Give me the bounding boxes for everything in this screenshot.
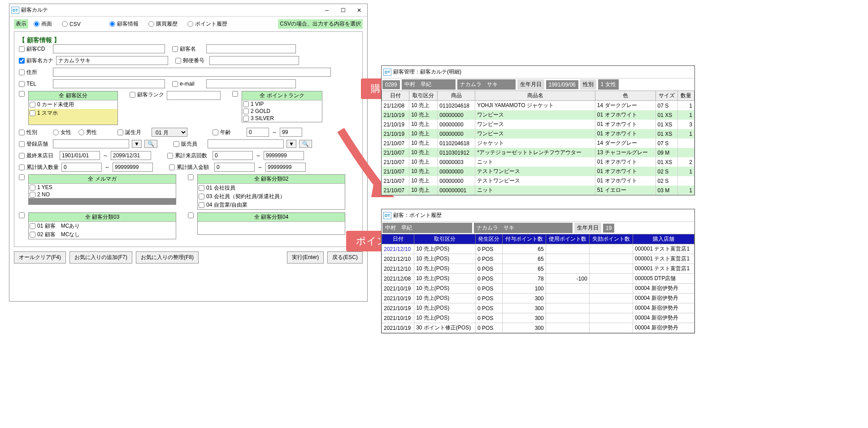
chk-custcd[interactable]: 顧客CD: [19, 45, 50, 53]
table-row[interactable]: 2021/10/1910 売上(POS)0 POS30000004 新宿伊勢丹: [382, 313, 694, 323]
input-custname[interactable]: [206, 44, 296, 53]
table-row[interactable]: 2021/12/1010 売上(POS)0 POS65000001 テスト直営店…: [382, 244, 694, 254]
input-vc-from[interactable]: [213, 151, 253, 160]
dropdown-regstore[interactable]: ▼: [132, 140, 142, 148]
btn-back[interactable]: 戻る(ESC): [327, 251, 363, 264]
search-regstore-button[interactable]: 🔍: [144, 140, 157, 148]
close-button[interactable]: ✕: [353, 5, 365, 15]
input-email[interactable]: [206, 79, 296, 88]
input-postal[interactable]: [209, 56, 299, 65]
table-row[interactable]: 21/10/0710 売上0110204618ジャケット14 ダークグレー07 …: [382, 138, 694, 148]
input-lv-to[interactable]: [111, 151, 151, 160]
table-row[interactable]: 2021/10/1930 ポイント修正(POS)0 POS30000004 新宿…: [382, 323, 694, 333]
column-header: 付与ポイント数: [502, 234, 546, 244]
gender-label: 性別: [580, 79, 596, 90]
list-class04[interactable]: 全 顧客分類04: [197, 212, 345, 235]
radio-custinfo[interactable]: 顧客情報: [109, 20, 139, 28]
input-pq-from[interactable]: [61, 163, 102, 172]
chk-regstore[interactable]: 登録店舗: [19, 140, 50, 148]
list-class02[interactable]: 全 顧客分類02 01 会社役員 03 会社員（契約社員/派遣社員） 04 自営…: [197, 174, 345, 210]
table-row[interactable]: 21/10/0710 売上000000001ニット51 イエロー03 M1: [382, 186, 694, 195]
table-row[interactable]: 21/10/0710 売上00000000テストワンピース01 オフホワイト02…: [382, 167, 694, 176]
radio-csv[interactable]: CSV: [62, 21, 81, 27]
input-kana[interactable]: [56, 56, 168, 65]
radio-pointhist[interactable]: ポイント履歴: [187, 20, 227, 28]
radio-male[interactable]: 男性: [78, 129, 97, 136]
chk-mailmag[interactable]: [19, 174, 25, 180]
table-row[interactable]: 2021/12/0810 売上(POS)0 POS78-100000005 DT…: [382, 274, 694, 284]
select-birthmonth[interactable]: 01 月: [152, 128, 187, 137]
chk-pointrank[interactable]: [232, 91, 238, 97]
table-row[interactable]: 21/12/0810 売上0110204618YOHJI YAMAMOTO ジャ…: [382, 101, 694, 111]
input-custrank[interactable]: [167, 91, 221, 100]
chk-custclass[interactable]: [19, 91, 25, 97]
chk-address[interactable]: 住所: [19, 69, 50, 76]
chk-gender[interactable]: 性別: [19, 129, 50, 136]
input-age-from[interactable]: [247, 128, 269, 137]
birth-value: 1991/09/06: [546, 80, 578, 89]
dropdown-salesperson[interactable]: ▼: [286, 140, 296, 148]
input-regstore[interactable]: [53, 139, 129, 148]
chk-kana[interactable]: 顧客名カナ: [19, 57, 53, 65]
column-header: 日付: [382, 234, 414, 244]
maximize-button[interactable]: ☐: [337, 5, 349, 15]
chk-salesperson[interactable]: 販売員: [174, 140, 205, 148]
table-row[interactable]: 21/10/0710 売上0110301912*アッテジョーゼットトレンチフウア…: [382, 148, 694, 157]
cust-name: 中村 早紀: [382, 223, 472, 233]
chk-class04[interactable]: [188, 212, 194, 218]
input-salesperson[interactable]: [208, 139, 284, 148]
chk-birthmonth[interactable]: 誕生月: [117, 129, 149, 136]
radio-female[interactable]: 女性: [53, 129, 71, 136]
list-mailmag[interactable]: 全 メルマガ 1 YES 2 NO: [28, 174, 176, 205]
input-pq-to[interactable]: [113, 163, 153, 172]
purchase-table: 日付取引区分商品商品名色サイズ数量 21/12/0810 売上011020461…: [382, 91, 694, 195]
table-row[interactable]: 2021/10/1910 売上(POS)0 POS30000004 新宿伊勢丹: [382, 294, 694, 303]
table-row[interactable]: 21/10/1910 売上00000000ワンピース01 オフホワイト01 XS…: [382, 129, 694, 138]
window-title: 顧客：ポイント履歴: [393, 212, 693, 219]
list-pointrank[interactable]: 全 ポイントランク 1 VIP 2 GOLD 3 SILVER: [242, 91, 322, 122]
input-tel[interactable]: [53, 79, 165, 88]
minimize-button[interactable]: ─: [321, 5, 333, 15]
chk-visitcount[interactable]: 累計来店回数: [167, 152, 210, 160]
table-row[interactable]: 2021/12/1010 売上(POS)0 POS65000001 テスト直営店…: [382, 254, 694, 264]
chk-age[interactable]: 年齢: [213, 129, 244, 136]
input-pa-from[interactable]: [214, 163, 255, 172]
table-row[interactable]: 21/10/1910 売上00000000ワンピース01 オフホワイト01 XS…: [382, 110, 694, 120]
chk-purchqty[interactable]: 累計購入数量: [19, 164, 59, 171]
input-pa-to[interactable]: [265, 163, 306, 172]
table-row[interactable]: 21/10/0710 売上00000000テストワンピース01 オフホワイト02…: [382, 176, 694, 186]
app-icon: DT: [11, 7, 19, 14]
table-row[interactable]: 21/10/1910 売上00000000ワンピース01 オフホワイト01 XS…: [382, 120, 694, 129]
radio-screen[interactable]: 画面: [34, 20, 52, 28]
table-row[interactable]: 2021/12/1010 売上(POS)0 POS65000001 テスト直営店…: [382, 264, 694, 274]
table-row[interactable]: 2021/10/1910 売上(POS)0 POS30000004 新宿伊勢丹: [382, 303, 694, 313]
input-address[interactable]: [53, 68, 331, 77]
chk-postal[interactable]: 郵便番号: [175, 57, 207, 65]
table-row[interactable]: 2021/10/1910 売上(POS)0 POS10000004 新宿伊勢丹: [382, 284, 694, 294]
birth-label: 生年月日: [517, 79, 544, 90]
chk-lastvisit[interactable]: 最終来店日: [19, 152, 57, 160]
chk-purchamt[interactable]: 累計購入金額: [169, 164, 212, 171]
btn-allclear[interactable]: オールクリア(F4): [14, 251, 66, 264]
input-custcd[interactable]: [53, 44, 165, 53]
chk-tel[interactable]: TEL: [19, 81, 50, 87]
chk-custrank[interactable]: 顧客ランク: [130, 91, 164, 99]
input-lv-from[interactable]: [60, 151, 100, 160]
btn-exec[interactable]: 実行(Enter): [287, 251, 324, 264]
search-salesperson-button[interactable]: 🔍: [299, 140, 312, 148]
btn-fav-org[interactable]: お気に入りの整理(F8): [136, 251, 199, 264]
input-vc-to[interactable]: [264, 151, 304, 160]
input-age-to[interactable]: [280, 128, 302, 137]
chk-class03[interactable]: [19, 212, 25, 218]
column-header: サイズ: [655, 91, 678, 101]
chk-class02[interactable]: [188, 174, 194, 180]
chk-custname[interactable]: 顧客名: [172, 45, 204, 53]
column-header: 商品: [438, 91, 475, 101]
list-custclass[interactable]: 全 顧客区分 0 カード未使用 1 スマホ: [28, 91, 118, 125]
chk-email[interactable]: e-mail: [172, 81, 204, 87]
btn-fav-add[interactable]: お気に入りの追加(F7): [69, 251, 132, 264]
table-row[interactable]: 21/10/0710 売上00000003ニット01 オフホワイト01 XS2: [382, 157, 694, 167]
window-title: 顧客管理：顧客カルテ(明細): [393, 68, 693, 76]
list-class03[interactable]: 全 顧客分類03 01 顧客 MCあり 02 顧客 MCなし: [28, 212, 176, 239]
radio-purchhist[interactable]: 購買履歴: [148, 20, 178, 28]
